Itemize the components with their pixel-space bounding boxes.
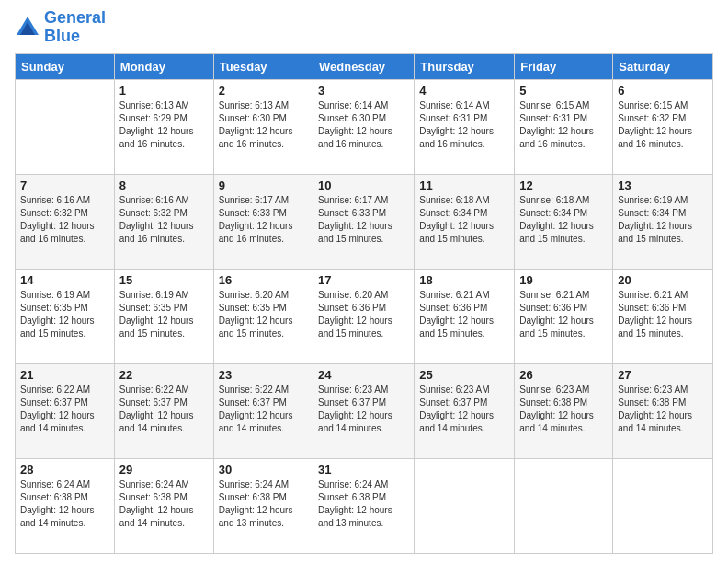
col-header-wednesday: Wednesday <box>313 53 415 79</box>
day-number: 25 <box>419 368 509 382</box>
day-number: 26 <box>519 368 608 382</box>
day-info: Sunrise: 6:20 AMSunset: 6:35 PMDaylight:… <box>219 289 308 340</box>
calendar-cell: 2Sunrise: 6:13 AMSunset: 6:30 PMDaylight… <box>213 79 313 174</box>
day-info: Sunrise: 6:19 AMSunset: 6:34 PMDaylight:… <box>618 194 708 246</box>
calendar-cell: 29Sunrise: 6:24 AMSunset: 6:38 PMDayligh… <box>114 458 213 553</box>
day-info: Sunrise: 6:15 AMSunset: 6:31 PMDaylight:… <box>519 99 608 151</box>
day-number: 12 <box>519 178 608 192</box>
day-number: 5 <box>519 84 608 98</box>
logo-text: General Blue <box>44 9 106 46</box>
day-info: Sunrise: 6:23 AMSunset: 6:37 PMDaylight:… <box>419 384 509 435</box>
calendar-table: SundayMondayTuesdayWednesdayThursdayFrid… <box>15 53 713 554</box>
day-info: Sunrise: 6:20 AMSunset: 6:36 PMDaylight:… <box>318 289 409 340</box>
col-header-tuesday: Tuesday <box>213 53 313 79</box>
day-info: Sunrise: 6:14 AMSunset: 6:30 PMDaylight:… <box>318 99 409 151</box>
calendar-cell: 27Sunrise: 6:23 AMSunset: 6:38 PMDayligh… <box>613 363 713 458</box>
calendar-cell: 7Sunrise: 6:16 AMSunset: 6:32 PMDaylight… <box>16 174 115 269</box>
day-number: 31 <box>318 463 409 477</box>
calendar-cell: 14Sunrise: 6:19 AMSunset: 6:35 PMDayligh… <box>16 269 115 363</box>
day-number: 24 <box>318 368 409 382</box>
col-header-thursday: Thursday <box>415 53 515 79</box>
week-row-2: 7Sunrise: 6:16 AMSunset: 6:32 PMDaylight… <box>16 174 713 269</box>
day-info: Sunrise: 6:22 AMSunset: 6:37 PMDaylight:… <box>119 384 209 435</box>
day-number: 15 <box>119 273 209 287</box>
header-row: SundayMondayTuesdayWednesdayThursdayFrid… <box>16 53 713 79</box>
day-info: Sunrise: 6:14 AMSunset: 6:31 PMDaylight:… <box>419 99 509 151</box>
day-number: 11 <box>419 178 509 192</box>
day-info: Sunrise: 6:17 AMSunset: 6:33 PMDaylight:… <box>219 194 308 246</box>
calendar-cell: 16Sunrise: 6:20 AMSunset: 6:35 PMDayligh… <box>213 269 313 363</box>
day-number: 27 <box>618 368 708 382</box>
calendar-cell: 24Sunrise: 6:23 AMSunset: 6:37 PMDayligh… <box>313 363 415 458</box>
day-info: Sunrise: 6:13 AMSunset: 6:30 PMDaylight:… <box>219 99 308 151</box>
day-info: Sunrise: 6:16 AMSunset: 6:32 PMDaylight:… <box>20 194 109 246</box>
calendar-cell: 11Sunrise: 6:18 AMSunset: 6:34 PMDayligh… <box>415 174 515 269</box>
calendar-cell <box>515 458 613 553</box>
col-header-friday: Friday <box>515 53 613 79</box>
calendar-cell <box>16 79 115 174</box>
calendar-cell: 3Sunrise: 6:14 AMSunset: 6:30 PMDaylight… <box>313 79 415 174</box>
calendar-cell: 1Sunrise: 6:13 AMSunset: 6:29 PMDaylight… <box>114 79 213 174</box>
day-number: 1 <box>119 84 209 98</box>
week-row-1: 1Sunrise: 6:13 AMSunset: 6:29 PMDaylight… <box>16 79 713 174</box>
logo: General Blue <box>15 9 106 46</box>
calendar-cell: 28Sunrise: 6:24 AMSunset: 6:38 PMDayligh… <box>16 458 115 553</box>
day-number: 21 <box>20 368 109 382</box>
day-number: 3 <box>318 84 409 98</box>
day-number: 29 <box>119 463 209 477</box>
day-info: Sunrise: 6:24 AMSunset: 6:38 PMDaylight:… <box>318 478 409 530</box>
calendar-cell: 13Sunrise: 6:19 AMSunset: 6:34 PMDayligh… <box>613 174 713 269</box>
calendar-cell: 19Sunrise: 6:21 AMSunset: 6:36 PMDayligh… <box>515 269 613 363</box>
calendar-cell: 31Sunrise: 6:24 AMSunset: 6:38 PMDayligh… <box>313 458 415 553</box>
day-number: 14 <box>20 273 109 287</box>
day-number: 7 <box>20 178 109 192</box>
day-number: 20 <box>618 273 708 287</box>
calendar-cell: 8Sunrise: 6:16 AMSunset: 6:32 PMDaylight… <box>114 174 213 269</box>
col-header-sunday: Sunday <box>16 53 115 79</box>
calendar-cell: 10Sunrise: 6:17 AMSunset: 6:33 PMDayligh… <box>313 174 415 269</box>
day-info: Sunrise: 6:21 AMSunset: 6:36 PMDaylight:… <box>519 289 608 340</box>
day-number: 6 <box>618 84 708 98</box>
day-info: Sunrise: 6:19 AMSunset: 6:35 PMDaylight:… <box>119 289 209 340</box>
day-number: 19 <box>519 273 608 287</box>
day-info: Sunrise: 6:24 AMSunset: 6:38 PMDaylight:… <box>20 478 109 530</box>
week-row-3: 14Sunrise: 6:19 AMSunset: 6:35 PMDayligh… <box>16 269 713 363</box>
day-number: 8 <box>119 178 209 192</box>
calendar-cell <box>415 458 515 553</box>
day-number: 18 <box>419 273 509 287</box>
col-header-saturday: Saturday <box>613 53 713 79</box>
logo-icon <box>15 15 40 40</box>
day-info: Sunrise: 6:17 AMSunset: 6:33 PMDaylight:… <box>318 194 409 246</box>
calendar-cell: 20Sunrise: 6:21 AMSunset: 6:36 PMDayligh… <box>613 269 713 363</box>
page: General Blue SundayMondayTuesdayWednesda… <box>0 0 728 563</box>
day-number: 13 <box>618 178 708 192</box>
day-number: 17 <box>318 273 409 287</box>
day-number: 4 <box>419 84 509 98</box>
day-info: Sunrise: 6:21 AMSunset: 6:36 PMDaylight:… <box>419 289 509 340</box>
calendar-cell: 12Sunrise: 6:18 AMSunset: 6:34 PMDayligh… <box>515 174 613 269</box>
day-info: Sunrise: 6:23 AMSunset: 6:37 PMDaylight:… <box>318 384 409 435</box>
day-info: Sunrise: 6:18 AMSunset: 6:34 PMDaylight:… <box>519 194 608 246</box>
calendar-cell: 18Sunrise: 6:21 AMSunset: 6:36 PMDayligh… <box>415 269 515 363</box>
day-info: Sunrise: 6:18 AMSunset: 6:34 PMDaylight:… <box>419 194 509 246</box>
calendar-cell: 25Sunrise: 6:23 AMSunset: 6:37 PMDayligh… <box>415 363 515 458</box>
day-number: 30 <box>219 463 308 477</box>
day-number: 22 <box>119 368 209 382</box>
week-row-4: 21Sunrise: 6:22 AMSunset: 6:37 PMDayligh… <box>16 363 713 458</box>
day-info: Sunrise: 6:15 AMSunset: 6:32 PMDaylight:… <box>618 99 708 151</box>
calendar-cell: 30Sunrise: 6:24 AMSunset: 6:38 PMDayligh… <box>213 458 313 553</box>
calendar-cell: 6Sunrise: 6:15 AMSunset: 6:32 PMDaylight… <box>613 79 713 174</box>
day-info: Sunrise: 6:24 AMSunset: 6:38 PMDaylight:… <box>219 478 308 530</box>
day-number: 10 <box>318 178 409 192</box>
day-info: Sunrise: 6:22 AMSunset: 6:37 PMDaylight:… <box>219 384 308 435</box>
day-info: Sunrise: 6:21 AMSunset: 6:36 PMDaylight:… <box>618 289 708 340</box>
week-row-5: 28Sunrise: 6:24 AMSunset: 6:38 PMDayligh… <box>16 458 713 553</box>
day-info: Sunrise: 6:13 AMSunset: 6:29 PMDaylight:… <box>119 99 209 151</box>
day-info: Sunrise: 6:22 AMSunset: 6:37 PMDaylight:… <box>20 384 109 435</box>
col-header-monday: Monday <box>114 53 213 79</box>
calendar-cell: 5Sunrise: 6:15 AMSunset: 6:31 PMDaylight… <box>515 79 613 174</box>
day-number: 28 <box>20 463 109 477</box>
calendar-cell: 17Sunrise: 6:20 AMSunset: 6:36 PMDayligh… <box>313 269 415 363</box>
calendar-cell: 4Sunrise: 6:14 AMSunset: 6:31 PMDaylight… <box>415 79 515 174</box>
calendar-cell <box>613 458 713 553</box>
